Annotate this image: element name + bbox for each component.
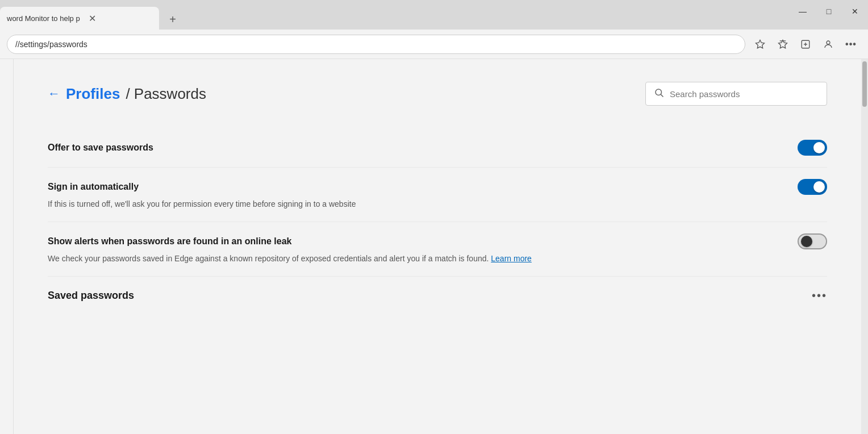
active-tab[interactable]: word Monitor to help p ✕ [0,7,159,30]
sidebar [0,59,14,434]
alert-leak-desc-text: We check your passwords saved in Edge ag… [48,254,489,263]
sign-in-auto-label: Sign in automatically [48,182,139,192]
alert-leak-main: Show alerts when passwords are found in … [48,233,827,249]
new-tab-button[interactable]: + [162,9,183,30]
alert-leak-label: Show alerts when passwords are found in … [48,236,291,247]
svg-marker-0 [756,40,765,48]
alert-leak-toggle[interactable] [798,233,827,249]
window-controls: — □ ✕ [790,0,868,23]
page-area: ← Profiles / Passwords Offer to save pas… [0,59,868,434]
svg-line-8 [661,94,663,97]
addressbar-row: //settings/passwords ••• [0,30,868,59]
offer-save-main: Offer to save passwords [48,140,827,156]
url-text: //settings/passwords [15,40,87,49]
search-input[interactable] [670,89,819,99]
collections-icon[interactable] [773,34,793,55]
offer-save-toggle[interactable] [798,140,827,156]
tab-title: word Monitor to help p [7,14,80,23]
search-icon [654,87,664,101]
saved-passwords-row: Saved passwords ••• [48,277,827,308]
tab-bar: word Monitor to help p ✕ + [0,0,183,30]
sign-in-auto-toggle[interactable] [798,179,827,195]
minimize-button[interactable]: — [790,0,816,23]
sign-in-auto-row: Sign in automatically If this is turned … [48,168,827,222]
offer-save-thumb [813,142,825,153]
offer-save-row: Offer to save passwords [48,128,827,168]
profile-icon[interactable] [818,34,838,55]
sign-in-auto-main: Sign in automatically [48,179,827,195]
close-button[interactable]: ✕ [842,0,868,23]
sign-in-auto-desc: If this is turned off, we'll ask you for… [48,198,559,210]
search-box[interactable] [645,82,827,106]
titlebar: word Monitor to help p ✕ + — □ ✕ [0,0,868,30]
saved-passwords-more-icon[interactable]: ••• [812,289,827,302]
offer-save-track [798,140,827,156]
scrollbar-thumb[interactable] [862,61,867,107]
alert-leak-row: Show alerts when passwords are found in … [48,222,827,277]
breadcrumb: ← Profiles / Passwords [48,85,206,103]
more-menu-icon[interactable]: ••• [841,34,861,55]
breadcrumb-profiles-link[interactable]: Profiles [66,85,120,103]
alert-leak-track [798,233,827,249]
svg-point-7 [656,89,662,95]
sign-in-auto-track [798,179,827,195]
learn-more-link[interactable]: Learn more [491,254,532,263]
sign-in-auto-thumb [813,181,825,193]
toolbar-icons: ••• [750,34,861,55]
alert-leak-desc: We check your passwords saved in Edge ag… [48,253,559,265]
offer-save-label: Offer to save passwords [48,143,153,153]
breadcrumb-separator: / Passwords [126,85,206,103]
saved-passwords-label: Saved passwords [48,290,134,302]
settings-main: ← Profiles / Passwords Offer to save pas… [14,59,861,434]
tab-close-button[interactable]: ✕ [87,12,98,24]
address-bar[interactable]: //settings/passwords [7,35,745,54]
scrollbar[interactable] [861,59,868,434]
favorite-icon[interactable] [750,34,770,55]
page-header: ← Profiles / Passwords [48,82,827,106]
svg-point-6 [827,41,830,44]
maximize-button[interactable]: □ [816,0,842,23]
add-favorite-icon[interactable] [795,34,816,55]
alert-leak-thumb [801,236,812,247]
back-button[interactable]: ← [48,86,60,101]
